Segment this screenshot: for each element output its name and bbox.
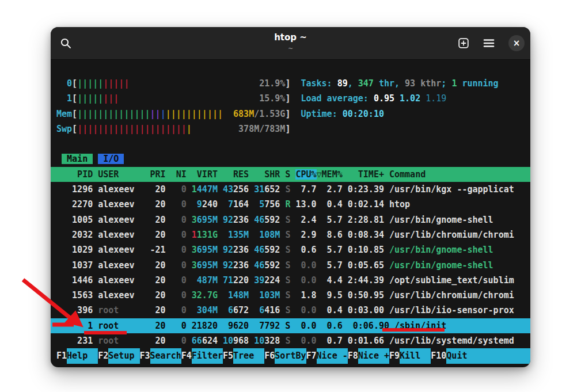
process-row[interactable]: 1563 alexeev 20 0 32.7G 148M 103M S 1.8 … xyxy=(56,288,530,303)
text-segment: [ xyxy=(72,109,77,119)
menu-icon[interactable] xyxy=(483,38,495,48)
column-headers-left[interactable]: PID USER PRI NI VIRT RES SHR S xyxy=(56,169,295,180)
text-segment xyxy=(218,260,223,271)
text-segment: 71 xyxy=(223,275,233,286)
text-segment: 92 xyxy=(223,245,233,255)
user: alexeev xyxy=(98,290,150,300)
text-segment: 0 xyxy=(171,215,192,225)
text-segment: Load average: xyxy=(301,93,373,104)
text-segment xyxy=(290,93,301,104)
text-segment xyxy=(249,336,254,346)
sortby-button[interactable]: SortBy xyxy=(275,348,306,363)
command: htop xyxy=(384,199,410,210)
text-segment: 9.5 xyxy=(322,290,343,300)
text-segment: 695M xyxy=(197,245,218,255)
tab-main[interactable]: Main xyxy=(62,154,93,164)
text-segment xyxy=(223,109,233,119)
text-segment: 43 xyxy=(223,184,233,195)
text-segment xyxy=(317,290,322,300)
text-segment: 10 xyxy=(223,336,233,346)
mem-bars-shared: || xyxy=(150,109,161,119)
text-segment: running xyxy=(457,78,498,89)
search-button[interactable]: Search xyxy=(150,348,181,363)
text-segment: 0.0 xyxy=(295,275,316,286)
process-row[interactable]: 1037 alexeev 20 0 3695M 92236 46592 S 0.… xyxy=(56,258,530,273)
process-row[interactable]: 1446 alexeev 20 0 487M 71220 39224 S 0.0… xyxy=(56,273,530,288)
text-segment xyxy=(192,275,197,286)
text-segment xyxy=(129,78,259,89)
text-segment xyxy=(290,78,301,89)
titlebar[interactable]: htop ~ ~ × xyxy=(51,27,530,60)
kill-button[interactable]: Kill xyxy=(400,348,431,363)
cpu1-percent: 15.9% xyxy=(259,93,285,104)
text-segment: 0:05.65 xyxy=(343,260,384,271)
text-segment xyxy=(254,230,259,240)
swap-meter: Swp[|||||||||||||||||||||| 378M/783M] xyxy=(56,121,530,136)
cpu1-bars-normal: ||||| xyxy=(77,93,103,104)
help-button[interactable]: Help xyxy=(67,348,98,363)
terminal[interactable]: 0[|||||||||| 21.9%] Tasks: 89, 347 thr, … xyxy=(51,60,530,364)
column-headers-right[interactable]: MEM% TIME+ Command xyxy=(322,169,426,180)
setup-button[interactable]: Setup xyxy=(108,348,139,363)
text-segment: [ xyxy=(72,124,77,134)
text-segment: 5.7 xyxy=(322,215,343,225)
fkey-f2-label: F2 xyxy=(98,348,108,363)
terminal-window: htop ~ ~ × 0[|||||||||| xyxy=(51,27,530,367)
text-segment: 0:10.85 xyxy=(343,245,384,255)
process-row[interactable]: 231 root 20 0 66624 10968 10328 S 0.0 0.… xyxy=(56,333,530,348)
sort-arrow-icon: ▽ xyxy=(317,169,322,180)
text-segment: 0.0 xyxy=(295,336,316,346)
text-segment: 0:23.39 xyxy=(343,184,384,195)
fkey-f9-label: F9 xyxy=(389,348,400,363)
text-segment: 66 xyxy=(192,336,202,346)
tab-io[interactable]: I/O xyxy=(98,154,124,164)
cpu0-bars-normal: ||||| xyxy=(77,78,103,89)
text-segment: 92 xyxy=(223,260,233,271)
process-row[interactable]: 2270 alexeev 20 0 9240 7164 5756 R 13.0 … xyxy=(56,197,530,212)
user: alexeev xyxy=(98,184,150,195)
user: alexeev xyxy=(98,260,150,271)
process-row[interactable]: 396 root 20 0 304M 6672 6416 S 0.0 0.4 0… xyxy=(56,303,530,318)
text-segment: 0:03.00 xyxy=(343,305,384,315)
close-icon[interactable]: × xyxy=(508,35,525,51)
text-segment: 3 xyxy=(192,260,197,271)
text-segment: 32.7G xyxy=(192,290,218,300)
process-row[interactable]: 2032 alexeev 20 0 1131G 135M 108M S 2.9 … xyxy=(56,227,530,242)
text-segment: 304M xyxy=(197,305,218,315)
process-row[interactable]: 1029 alexeev -21 0 3695M 92236 46592 S 0… xyxy=(56,242,530,257)
process-row[interactable]: 1005 alexeev 20 0 3695M 92236 46592 S 2.… xyxy=(56,212,530,227)
cpu0-percent: 21.9% xyxy=(259,78,285,89)
text-segment xyxy=(223,230,228,240)
pid: 1563 xyxy=(56,290,98,300)
filter-button[interactable]: Filter xyxy=(192,348,223,363)
text-segment: 13.0 xyxy=(295,199,316,210)
text-segment: 592 xyxy=(264,215,280,225)
nice-minus-button[interactable]: Nice - xyxy=(317,348,348,363)
swap-bars-used: ||||||||||||||||||||| xyxy=(77,124,187,134)
process-row-selected[interactable]: 1 root 20 0 21820 9620 7792 S 0.0 0.6 0:… xyxy=(51,318,530,333)
text-segment: 447M xyxy=(197,184,218,195)
text-segment: 672 xyxy=(233,305,249,315)
user: alexeev xyxy=(98,215,150,225)
user: root xyxy=(98,336,150,346)
text-segment xyxy=(249,290,254,300)
text-segment: 20 xyxy=(150,275,171,286)
process-row[interactable]: 1296 alexeev 20 0 1447M 43256 31652 S 7.… xyxy=(56,182,530,197)
quit-button[interactable]: Quit xyxy=(446,348,530,363)
fkey-f5-label: F5 xyxy=(223,348,233,363)
text-segment xyxy=(317,245,322,255)
text-segment: 0 xyxy=(171,260,192,271)
text-segment xyxy=(317,184,322,195)
new-tab-icon[interactable] xyxy=(458,37,469,49)
text-segment xyxy=(218,245,223,255)
mem-bars-buffers: | xyxy=(161,109,166,119)
user: root xyxy=(98,305,150,315)
column-header-cpu-sort[interactable]: CPU% xyxy=(295,169,316,180)
text-segment: 0 xyxy=(171,290,192,300)
text-segment: 0:50.95 xyxy=(343,290,384,300)
text-segment xyxy=(317,230,322,240)
tree-button[interactable]: Tree xyxy=(233,348,264,363)
text-segment: 5.7 xyxy=(322,245,343,255)
text-segment: 46 xyxy=(254,260,264,271)
nice-plus-button[interactable]: Nice + xyxy=(358,348,389,363)
